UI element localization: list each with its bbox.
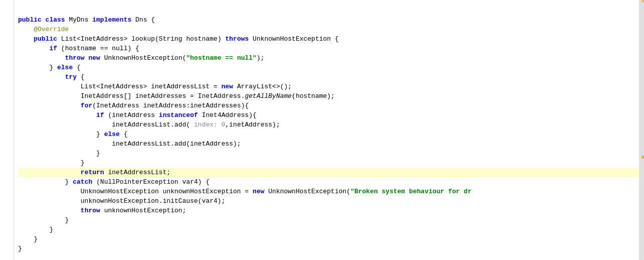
code-line: } <box>18 149 644 158</box>
code-token: inetAddressList.add(inetAddress); <box>18 139 241 149</box>
scrollbar[interactable] <box>639 0 644 260</box>
code-token: return <box>81 168 108 177</box>
code-line: UnknownHostException unknownHostExceptio… <box>18 187 644 196</box>
scrollbar-thumb[interactable] <box>639 0 644 260</box>
gutter-line <box>0 86 14 95</box>
code-token: "Broken system behaviour for dr <box>350 187 472 196</box>
gutter-line <box>0 172 14 181</box>
code-token: Inet4Address){ <box>202 110 257 120</box>
code-token: throws <box>225 34 253 44</box>
code-token: { <box>124 129 128 139</box>
code-token: throw <box>65 53 89 63</box>
gutter-line <box>0 124 14 134</box>
gutter-line <box>0 10 14 19</box>
code-line: InetAddress[] inetAddresses = InetAddres… <box>18 91 644 101</box>
code-token: List<InetAddress> lookup(String hostname… <box>61 34 226 44</box>
code-token: (NullPointerException var4) { <box>96 177 209 187</box>
code-token: instanceof <box>159 110 202 120</box>
gutter-line <box>0 29 14 38</box>
code-line <box>18 253 644 260</box>
gutter-line <box>0 143 14 153</box>
code-token <box>18 206 81 215</box>
code-token: } <box>18 177 73 187</box>
code-token: (InetAddress inetAddress:inetAddresses){ <box>92 101 249 110</box>
gutter-line <box>0 162 14 172</box>
code-token: List<InetAddress> inetAddressList = <box>18 82 222 91</box>
gutter-line <box>0 134 14 143</box>
code-token: } <box>18 129 104 139</box>
code-line: } <box>18 215 644 225</box>
gutter-line <box>0 191 14 200</box>
gutter-line <box>0 153 14 162</box>
code-token: ); <box>257 53 265 63</box>
code-line: throw new UnknownHostException("hostname… <box>18 53 644 63</box>
code-line: public class MyDns implements Dns { <box>18 15 644 25</box>
code-line: } else { <box>18 63 644 72</box>
code-token: UnknownHostException unknownHostExceptio… <box>18 187 253 196</box>
code-token <box>18 53 65 63</box>
code-token: UnknownHostException { <box>253 34 339 44</box>
gutter-line <box>0 57 14 67</box>
code-token: } <box>18 63 57 72</box>
code-token: UnknownHostException( <box>268 187 350 196</box>
code-token <box>18 44 49 53</box>
gutter-line <box>0 210 14 219</box>
code-token: public <box>34 34 61 44</box>
gutter-line <box>0 67 14 76</box>
code-token: index: 0 <box>194 120 225 129</box>
gutter-line <box>0 200 14 210</box>
code-line: } <box>18 158 644 168</box>
code-line: for(InetAddress inetAddress:inetAddresse… <box>18 101 644 110</box>
code-token: getAllByName <box>245 91 292 101</box>
code-token: new <box>253 187 268 196</box>
code-token: { <box>77 63 81 72</box>
code-line: } catch (NullPointerException var4) { <box>18 177 644 187</box>
code-token: class <box>46 15 69 25</box>
gutter-line <box>0 76 14 86</box>
code-line: if (inetAddress instanceof Inet4Address)… <box>18 110 644 120</box>
code-token: if <box>49 44 61 53</box>
code-token: } <box>18 244 22 253</box>
code-token: else <box>57 63 77 72</box>
code-token: Dns { <box>135 15 155 25</box>
code-line: inetAddressList.add( index: 0,inetAddres… <box>18 120 644 129</box>
code-token: public <box>18 15 46 25</box>
code-line: try { <box>18 72 644 82</box>
code-line: public List<InetAddress> lookup(String h… <box>18 34 644 44</box>
code-line: throw unknownHostException; <box>18 206 644 215</box>
code-lines: public class MyDns implements Dns { @Ove… <box>14 0 644 260</box>
code-token: new <box>88 53 104 63</box>
gutter-line <box>0 105 14 114</box>
code-token: } <box>18 158 85 168</box>
code-token <box>18 168 81 177</box>
code-content[interactable]: public class MyDns implements Dns { @Ove… <box>14 0 644 260</box>
code-line: if (hostname == null) { <box>18 44 644 53</box>
code-token: if <box>96 110 108 120</box>
gutter-line <box>0 229 14 238</box>
code-line: return inetAddressList; <box>18 168 644 177</box>
gutter-line <box>0 181 14 191</box>
code-line: } <box>18 234 644 244</box>
code-token: } <box>18 215 69 225</box>
code-token: @Override <box>18 25 69 34</box>
code-token: throw <box>81 206 104 215</box>
code-token: ,inetAddress); <box>225 120 280 129</box>
code-token: new <box>222 82 237 91</box>
code-token: } <box>18 234 38 244</box>
code-line: } else { <box>18 129 644 139</box>
code-line: } <box>18 225 644 234</box>
gutter-line <box>0 114 14 124</box>
code-token: inetAddressList; <box>108 168 170 177</box>
code-line: } <box>18 244 644 253</box>
code-token: "hostname == null" <box>186 53 256 63</box>
code-line: List<InetAddress> inetAddressList = new … <box>18 82 644 91</box>
code-token: } <box>18 149 100 158</box>
code-token: unknownHostException; <box>104 206 186 215</box>
code-token: (inetAddress <box>108 110 158 120</box>
code-token: (hostname == null) { <box>61 44 139 53</box>
code-token: catch <box>73 177 96 187</box>
code-token: } <box>18 225 53 234</box>
gutter-line <box>0 219 14 229</box>
code-line: inetAddressList.add(inetAddress); <box>18 139 644 149</box>
code-token: InetAddress[] inetAddresses = InetAddres… <box>18 91 245 101</box>
